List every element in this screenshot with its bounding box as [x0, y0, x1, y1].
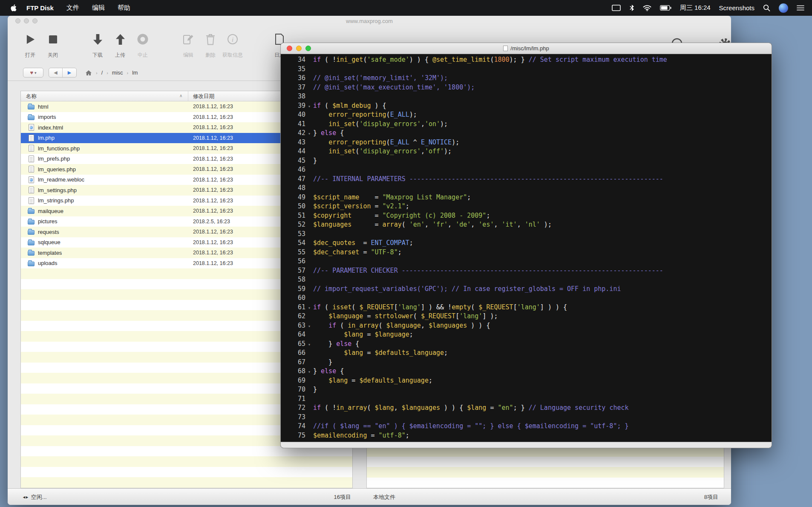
line-number: 42	[281, 129, 305, 138]
fold-marker-icon[interactable]: ▾	[305, 340, 313, 349]
file-date: 2018.1.12, 16:23	[193, 114, 233, 120]
line-number: 47	[281, 175, 305, 184]
column-header-name[interactable]: 名称	[26, 93, 37, 100]
breadcrumb-item[interactable]: lm	[132, 70, 138, 76]
code-line: // import_request_variables('GPC'); // I…	[313, 285, 621, 294]
line-number: 73	[281, 413, 305, 423]
fold-spacer	[305, 386, 313, 395]
toolbar-button[interactable]: i获取信息	[217, 29, 248, 61]
code-line: $lang = $language;	[313, 331, 413, 340]
fold-spacer	[305, 184, 313, 193]
fold-marker-icon[interactable]: ▾	[305, 322, 313, 331]
apple-icon[interactable]	[10, 4, 17, 12]
file-name: lm.php	[38, 135, 55, 141]
fold-spacer	[305, 432, 313, 441]
home-icon[interactable]	[85, 70, 92, 76]
breadcrumb-item[interactable]: /	[101, 70, 103, 76]
window-titlebar[interactable]: www.maxprog.com	[8, 16, 731, 26]
file-icon	[29, 197, 34, 204]
line-number: 66	[281, 349, 305, 358]
fold-spacer	[305, 74, 313, 84]
user-avatar[interactable]	[779, 3, 788, 13]
file-name: lm_queries.php	[38, 166, 76, 173]
toolbar-button[interactable]: 关闭	[41, 29, 65, 61]
editor-title: /misc/lm/lm.php	[281, 45, 772, 52]
line-number: 58	[281, 276, 305, 285]
left-pane-item-count: 16项目	[20, 493, 351, 501]
folder-icon	[28, 220, 35, 225]
toolbar-button-label: 中止	[138, 52, 148, 59]
editor-bottom-bar	[281, 442, 772, 448]
file-date: 2018.1.12, 16:23	[193, 177, 233, 183]
line-number: 70	[281, 386, 305, 395]
code-line: $language = strtolower( $_REQUEST['lang'…	[313, 312, 498, 322]
folder-icon	[28, 230, 35, 235]
favorites-button[interactable]: ♥ ▾	[23, 68, 43, 78]
file-date: 2018.1.12, 16:23	[193, 250, 233, 256]
battery-icon[interactable]	[660, 5, 671, 11]
bluetooth-icon[interactable]	[629, 4, 634, 12]
line-number: 69	[281, 377, 305, 386]
code-line: }	[313, 386, 317, 395]
code-area[interactable]: 34if ( !ini_get('safe_mode') ) { @set_ti…	[281, 54, 772, 442]
column-header-date[interactable]: 修改日期	[193, 93, 214, 100]
history-buttons: ◀ ▶	[49, 68, 77, 78]
code-line: if ( $mlm_debug ) {	[313, 102, 386, 111]
fold-marker-icon[interactable]: ▾	[305, 102, 313, 111]
heart-icon: ♥	[30, 70, 33, 75]
menu-item[interactable]: 编辑	[92, 4, 105, 12]
fold-spacer	[305, 138, 313, 148]
line-number: 50	[281, 202, 305, 212]
back-button[interactable]: ◀	[49, 68, 63, 77]
file-name: sqlqueue	[38, 239, 60, 245]
file-name: lm_strings.php	[38, 197, 74, 204]
menu-extra-screenshots[interactable]: Screenshots	[719, 4, 754, 12]
file-name: mailqueue	[38, 208, 63, 214]
editor-titlebar[interactable]: /misc/lm/lm.php	[281, 43, 772, 54]
toolbar-button[interactable]: 下载	[86, 29, 109, 61]
web-icon	[29, 124, 34, 131]
fold-marker-icon[interactable]: ▾	[305, 367, 313, 377]
fold-spacer	[305, 349, 313, 358]
line-number: 40	[281, 111, 305, 120]
display-icon[interactable]	[612, 4, 621, 12]
code-line: error_reporting(E_ALL ^ E_NOTICE);	[313, 138, 459, 148]
fold-spacer	[305, 294, 313, 303]
line-number: 60	[281, 294, 305, 303]
file-date: 2018.1.12, 16:23	[193, 239, 233, 245]
upload-icon	[115, 31, 126, 48]
fold-spacer	[305, 395, 313, 404]
toolbar-button-label: 删除	[205, 52, 216, 59]
breadcrumb-item[interactable]: misc	[112, 70, 123, 76]
wifi-icon[interactable]	[643, 5, 651, 11]
fold-marker-icon[interactable]: ▾	[305, 129, 313, 138]
file-name: lm_readme.webloc	[38, 176, 84, 183]
line-number: 53	[281, 230, 305, 239]
toolbar-button[interactable]: 打开	[18, 29, 42, 61]
line-number: 48	[281, 184, 305, 193]
chevron-down-icon: ▾	[35, 71, 37, 75]
fold-marker-icon[interactable]: ▾	[305, 303, 313, 313]
code-line: }	[313, 358, 332, 368]
toolbar-button[interactable]: 编辑	[176, 29, 200, 61]
fold-spacer	[305, 312, 313, 322]
editor-window: /misc/lm/lm.php 34if ( !ini_get('safe_mo…	[280, 43, 772, 448]
search-icon[interactable]	[763, 4, 770, 12]
fold-spacer	[305, 276, 313, 285]
sort-asc-icon[interactable]: ∧	[179, 93, 182, 98]
toolbar-button-label: 编辑	[183, 52, 193, 59]
menu-list-icon[interactable]	[797, 5, 804, 11]
empty-row	[21, 477, 352, 488]
menu-clock[interactable]: 周三 16:24	[680, 4, 711, 12]
fold-spacer	[305, 248, 313, 258]
code-line: } else {	[313, 367, 344, 377]
forward-button[interactable]: ▶	[63, 68, 76, 77]
file-date: 2018.1.12, 16:23	[193, 229, 233, 235]
menu-item[interactable]: 文件	[66, 4, 79, 12]
toolbar-button[interactable]: 中止	[131, 29, 155, 61]
code-line: //if ( $lang == "en" ) { $emailencoding …	[313, 422, 629, 432]
fold-spacer	[305, 257, 313, 267]
app-menu-title[interactable]: FTP Disk	[26, 4, 54, 12]
menu-item[interactable]: 帮助	[118, 4, 130, 12]
toolbar-button[interactable]: 上传	[108, 29, 132, 61]
